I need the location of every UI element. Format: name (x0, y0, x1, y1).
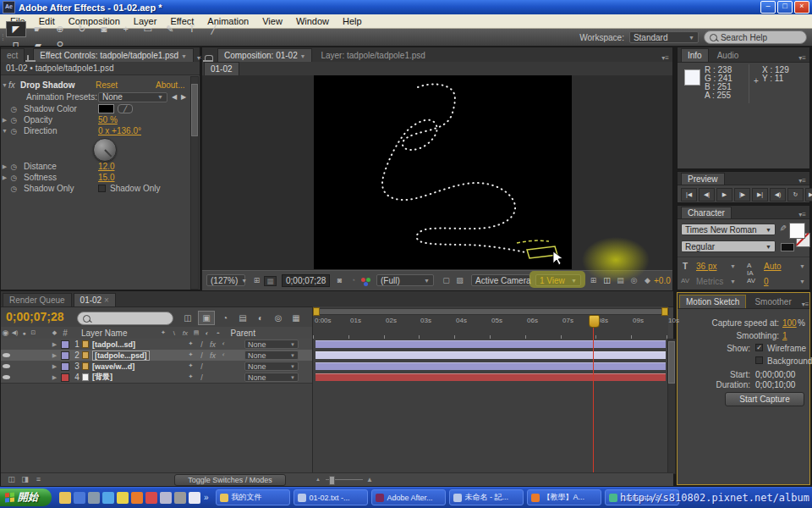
expander-icon[interactable]: ▶ (51, 352, 58, 359)
parent-dropdown[interactable]: None▼ (244, 340, 299, 349)
channel-grid-icon[interactable]: ▦ (264, 276, 277, 286)
tab-info[interactable]: Info (681, 48, 709, 62)
table-row[interactable]: ▶1[tadpol...sd]✦/fx◐None▼ (1, 339, 312, 351)
document-icon[interactable] (74, 492, 85, 504)
reset-link[interactable]: Reset (96, 80, 118, 90)
tab-composition[interactable]: Composition: 01-02 ▼ (217, 48, 312, 62)
pixel-aspect-icon[interactable]: ◫ (601, 276, 612, 284)
tab-audio[interactable]: Audio (710, 48, 746, 62)
resolution-dropdown[interactable]: (Full)▼ (376, 274, 434, 286)
folder-icon[interactable] (59, 492, 71, 504)
view-tab[interactable]: 01-02 (204, 62, 239, 75)
work-area-bar[interactable] (313, 308, 669, 315)
direction-dial[interactable] (93, 138, 117, 162)
loop-button[interactable]: ↻ (787, 188, 804, 202)
stopwatch-icon[interactable]: ◷ (8, 127, 19, 135)
menu-help[interactable]: Help (336, 15, 369, 27)
quality-switch[interactable]: / (196, 362, 207, 371)
ram-preview-button[interactable]: ▶▶ (805, 188, 812, 202)
frame-blend-icon[interactable]: ▤ (235, 312, 250, 324)
pan-behind-tool[interactable]: + (116, 21, 136, 37)
firefox-icon[interactable] (131, 492, 143, 504)
wireframe-checkbox[interactable]: ✓ (755, 344, 763, 351)
graph-editor-icon[interactable]: ▦ (288, 312, 304, 324)
tab-smoother[interactable]: Smoother (748, 295, 798, 308)
table-row[interactable]: ▶4[背景]✦/None▼ (1, 372, 312, 384)
shadow-color-swatch[interactable] (98, 104, 114, 113)
taskbar-button[interactable]: 【教學】A... (527, 489, 601, 505)
stopwatch-icon[interactable]: ◷ (8, 185, 19, 193)
stopwatch-icon[interactable]: ◷ (8, 105, 19, 113)
layer-name[interactable]: [背景] (92, 372, 112, 383)
zoom-slider-thumb[interactable] (329, 476, 335, 485)
layer-name[interactable]: [tadpole...psd] (92, 351, 150, 361)
time-ruler[interactable]: 0:00s01s02s03s04s05s06s07s08s09s10s (312, 306, 668, 339)
parent-dropdown[interactable]: None▼ (244, 362, 299, 371)
collapse-switch[interactable]: ✦ (185, 340, 196, 349)
tab-preview[interactable]: Preview (681, 173, 725, 185)
last-frame-button[interactable]: ▶| (752, 188, 768, 202)
taskbar-button[interactable]: 未命名 - 記... (449, 489, 524, 505)
lock-icon[interactable] (205, 55, 213, 61)
font-family-dropdown[interactable]: Times New Roman▼ (681, 224, 776, 235)
mail-icon[interactable] (160, 492, 172, 504)
first-frame-button[interactable]: |◀ (681, 188, 697, 202)
quality-switch[interactable]: / (196, 340, 207, 349)
view-layout-dropdown[interactable]: 1 View▼ (535, 274, 581, 286)
prev-frame-button[interactable]: ◀| (699, 188, 715, 202)
quick-launch-overflow[interactable]: » (204, 493, 209, 502)
timeline-search-input[interactable] (77, 312, 173, 325)
type-tool[interactable]: T (182, 21, 202, 37)
expander-icon[interactable]: ▶ (51, 341, 58, 348)
expand-in-out-icon[interactable]: ≡ (33, 475, 44, 483)
layer-duration-bar[interactable] (315, 351, 666, 359)
menu-view[interactable]: View (255, 15, 289, 27)
exposure-value[interactable]: +0.0 (654, 276, 671, 285)
visibility-toggle[interactable] (1, 364, 12, 368)
kerning-value[interactable]: Metrics (696, 277, 723, 286)
animation-presets-dropdown[interactable]: None▼ (98, 92, 167, 102)
chevron-down-icon[interactable]: ▼ (799, 279, 805, 284)
quality-switch[interactable]: / (196, 351, 207, 360)
collapse-switch[interactable]: ✦ (185, 373, 196, 382)
effects-switch[interactable]: fx (207, 340, 218, 349)
composition-view[interactable] (314, 75, 572, 269)
restore-button[interactable]: □ (777, 1, 793, 14)
hand-tool[interactable]: ☛ (28, 21, 48, 37)
direction-value[interactable]: 0 x +136.0° (98, 126, 141, 135)
playhead-marker[interactable] (589, 315, 600, 328)
tab-project-partial[interactable]: ect (1, 48, 25, 62)
visibility-toggle[interactable] (1, 375, 12, 379)
timeline-scrollbar[interactable] (667, 339, 676, 474)
audio-toggle-button[interactable]: ◀) (770, 188, 786, 202)
timeline-timecode[interactable]: 0;00;07;28 (6, 310, 64, 323)
expander-icon[interactable]: ▶ (51, 374, 58, 381)
tab-character[interactable]: Character (681, 207, 732, 218)
layer-duration-bar[interactable] (315, 340, 666, 348)
motion-blur-switch[interactable]: ◐ (218, 340, 229, 349)
search-help-input[interactable]: Search Help (704, 30, 807, 44)
quality-switch[interactable]: / (196, 373, 207, 382)
expander-icon[interactable]: ▼ (1, 82, 8, 88)
ie-icon[interactable] (102, 492, 114, 504)
stopwatch-icon[interactable]: ◷ (8, 163, 19, 171)
expander-icon[interactable]: ▶ (1, 117, 8, 124)
camera-icon[interactable] (174, 492, 186, 504)
motion-blur-switch[interactable]: ◐ (218, 351, 229, 360)
expander-icon[interactable]: ▶ (51, 363, 58, 370)
chevron-down-icon[interactable]: ▼ (730, 263, 736, 269)
show-channels-icon[interactable] (361, 278, 365, 282)
start-button[interactable]: 開始 (0, 489, 52, 506)
tab-layer[interactable]: Layer: tadpole/tadpole1.psd (314, 48, 431, 62)
layer-name[interactable]: [wave/w...d] (92, 362, 134, 371)
shadow-only-checkbox[interactable] (98, 185, 106, 192)
label-color-chip[interactable] (61, 340, 69, 349)
pen-tool[interactable]: ✎ (160, 21, 180, 37)
auto-keyframe-icon[interactable]: ◎ (271, 312, 286, 324)
safe-zones-icon[interactable]: ⊞ (251, 276, 262, 284)
taskbar-button[interactable]: 我的文件 (216, 489, 290, 505)
mask-shape-tool[interactable]: ▭ (138, 21, 158, 37)
leading-value[interactable]: Auto (764, 262, 782, 271)
label-color-chip[interactable] (61, 373, 69, 382)
3d-view-dropdown[interactable]: Active Camera▼ (471, 274, 530, 286)
